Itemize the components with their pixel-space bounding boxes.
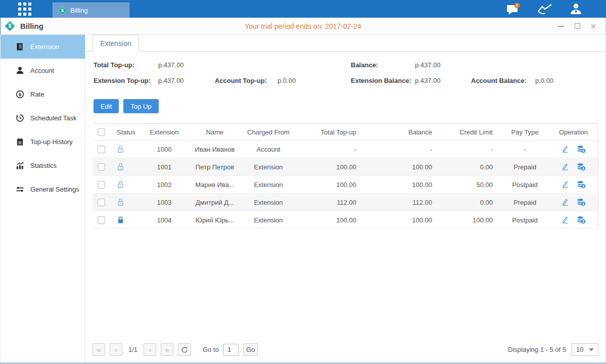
sidebar-item-label: Statistics bbox=[30, 162, 57, 169]
table-row: 1001 Петр Петров Extension 100.00 100.00… bbox=[92, 158, 598, 176]
go-button[interactable]: Go bbox=[243, 343, 258, 356]
statistics-bars-icon bbox=[16, 161, 24, 170]
goto-page-input[interactable] bbox=[223, 344, 239, 356]
sidebar-item-label: Rate bbox=[30, 90, 44, 98]
refresh-icon bbox=[181, 346, 188, 353]
top-up-coins-icon[interactable]: $ bbox=[577, 163, 586, 171]
page-size-select[interactable]: 10 bbox=[572, 343, 598, 356]
cell-pay-type: Prepaid bbox=[501, 199, 549, 206]
cell-pay-type: - bbox=[501, 146, 549, 153]
svg-text:!: ! bbox=[517, 3, 518, 8]
col-extension: Extension bbox=[142, 128, 187, 136]
cell-credit-limit: 50.00 bbox=[440, 181, 501, 189]
table-header: Status Extension Name Charged From Total… bbox=[92, 124, 598, 141]
edit-button[interactable]: Edit bbox=[94, 99, 119, 113]
last-page-button[interactable]: » bbox=[161, 343, 173, 356]
first-page-button[interactable]: « bbox=[92, 343, 105, 356]
sidebar-item-scheduled-task[interactable]: Scheduled Task bbox=[1, 106, 85, 130]
svg-text:$: $ bbox=[582, 185, 584, 189]
topbar-tab-billing[interactable]: $ Billing bbox=[53, 3, 129, 18]
top-up-coins-icon[interactable]: $ bbox=[577, 180, 586, 189]
cell-extension: 1001 bbox=[142, 163, 187, 171]
cell-credit-limit: 100.00 bbox=[440, 216, 501, 224]
status-lock-icon bbox=[110, 163, 142, 171]
svg-text:$: $ bbox=[582, 220, 584, 224]
svg-text:$: $ bbox=[582, 149, 584, 153]
cell-balance: - bbox=[364, 146, 440, 153]
account-person-icon bbox=[16, 66, 24, 75]
cell-total-topup: 112.00 bbox=[294, 199, 364, 206]
summary-value: p.0.00 bbox=[535, 77, 553, 84]
cell-charged-from: Account bbox=[243, 146, 294, 153]
cell-credit-limit: - bbox=[440, 146, 501, 153]
user-account-icon[interactable] bbox=[569, 3, 583, 16]
cell-total-topup: - bbox=[294, 146, 364, 153]
maximize-button[interactable] bbox=[573, 22, 582, 31]
status-lock-icon bbox=[110, 216, 142, 224]
app-launcher-icon[interactable] bbox=[18, 3, 31, 16]
main-content: Extension Total Top-up: p.437.00 Balance… bbox=[85, 35, 605, 362]
cell-pay-type: Postpaid bbox=[501, 216, 549, 224]
sidebar-item-rate[interactable]: $ Rate bbox=[1, 82, 85, 106]
sidebar-item-statistics[interactable]: Statistics bbox=[1, 154, 85, 177]
row-checkbox[interactable] bbox=[98, 216, 105, 224]
summary-label: Extension Top-up: bbox=[94, 77, 151, 84]
top-up-coins-icon[interactable]: $ bbox=[577, 198, 586, 206]
cell-name: Мария Ива... bbox=[187, 181, 243, 189]
trial-notice: Your trial period ends on: 2017-02-24 bbox=[1, 22, 605, 30]
close-button[interactable]: × bbox=[589, 22, 598, 31]
sidebar-item-label: Account bbox=[30, 67, 54, 74]
window-title: Billing bbox=[20, 22, 43, 30]
cell-name: Иван Иванов bbox=[187, 146, 243, 153]
top-up-coins-icon[interactable]: $ bbox=[577, 216, 586, 224]
cell-total-topup: 100.00 bbox=[294, 216, 364, 224]
refresh-button[interactable] bbox=[178, 343, 191, 356]
cell-credit-limit: 0.00 bbox=[440, 199, 501, 206]
top-up-coins-icon[interactable]: $ bbox=[577, 145, 586, 153]
next-page-button[interactable]: › bbox=[144, 343, 156, 356]
extension-book-icon bbox=[16, 42, 24, 51]
general-settings-arrows-icon bbox=[16, 185, 24, 194]
status-lock-icon bbox=[110, 198, 142, 206]
edit-pencil-icon[interactable] bbox=[561, 198, 569, 206]
summary-value: p.437.00 bbox=[158, 77, 184, 84]
edit-pencil-icon[interactable] bbox=[561, 180, 569, 189]
table-row: 1002 Мария Ива... Extension 100.00 100.0… bbox=[92, 176, 598, 194]
svg-text:$: $ bbox=[582, 167, 584, 171]
row-checkbox[interactable] bbox=[98, 146, 105, 153]
edit-pencil-icon[interactable] bbox=[561, 216, 569, 224]
sidebar-item-label: Top-up History bbox=[30, 138, 73, 146]
select-all-checkbox[interactable] bbox=[98, 128, 105, 136]
tab-extension[interactable]: Extension bbox=[92, 35, 139, 52]
chevron-down-icon bbox=[589, 348, 594, 351]
page-size-value: 10 bbox=[576, 346, 583, 353]
prev-page-button[interactable]: ‹ bbox=[110, 343, 122, 356]
cell-credit-limit: 0.00 bbox=[440, 163, 501, 171]
summary-value: p.437.00 bbox=[415, 77, 441, 84]
cell-extension: 1002 bbox=[142, 181, 187, 189]
pagination-bar: « ‹ 1/1 › » Go to Go Di bbox=[92, 343, 598, 356]
col-operation: Operation bbox=[549, 128, 598, 136]
balance-summary: Total Top-up: p.437.00 Balance: p.437.00… bbox=[85, 52, 605, 96]
minimize-button[interactable] bbox=[556, 22, 566, 31]
cell-name: Дмитрий Д... bbox=[187, 199, 243, 206]
sidebar-item-general-settings[interactable]: General Settings bbox=[1, 177, 85, 201]
cell-pay-type: Prepaid bbox=[501, 163, 549, 171]
sidebar-item-account[interactable]: Account bbox=[1, 59, 85, 82]
billing-window: $ Billing ! bbox=[0, 0, 606, 364]
status-lock-icon bbox=[110, 145, 142, 153]
row-checkbox[interactable] bbox=[98, 181, 105, 189]
summary-label: Account Balance: bbox=[471, 77, 527, 84]
notifications-chat-icon[interactable]: ! bbox=[506, 3, 521, 15]
statistics-chart-icon[interactable] bbox=[537, 3, 552, 15]
edit-pencil-icon[interactable] bbox=[561, 163, 569, 171]
row-checkbox[interactable] bbox=[98, 199, 105, 206]
cell-extension: 1004 bbox=[142, 216, 187, 224]
edit-pencil-icon[interactable] bbox=[561, 145, 569, 153]
col-status: Status bbox=[110, 128, 142, 136]
sidebar-item-extension[interactable]: Extension bbox=[1, 35, 85, 59]
cell-balance: 112.00 bbox=[364, 199, 440, 206]
row-checkbox[interactable] bbox=[98, 163, 105, 171]
sidebar-item-topup-history[interactable]: Top-up History bbox=[1, 130, 85, 154]
top-up-button[interactable]: Top Up bbox=[123, 99, 158, 113]
